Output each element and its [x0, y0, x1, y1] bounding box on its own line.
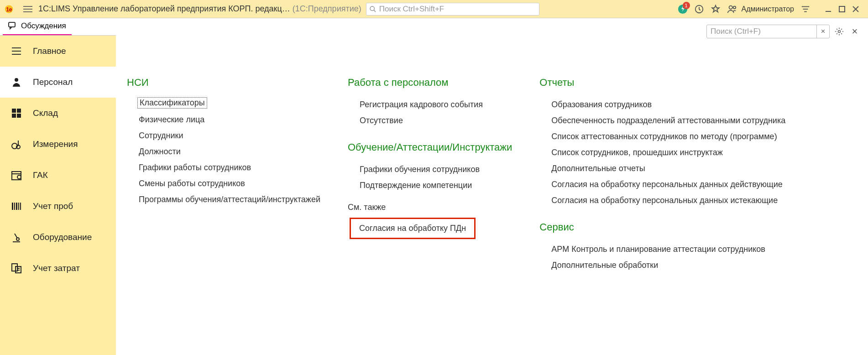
link-employees[interactable]: Сотрудники	[127, 128, 320, 144]
svg-point-10	[733, 6, 736, 8]
link-pdn-active[interactable]: Согласия на обработку персональных данны…	[539, 177, 857, 193]
person-icon	[10, 77, 23, 88]
content-settings-button[interactable]	[833, 26, 845, 37]
column-personnel-work: Работа с персоналом Регистрация кадровог…	[348, 77, 512, 273]
content-toolbar: Поиск (Ctrl+F) × ×	[706, 25, 861, 38]
flask-icon	[10, 139, 23, 150]
search-icon	[369, 5, 376, 13]
section-title-service: Сервис	[539, 221, 857, 233]
link-arm-control[interactable]: АРМ Контроль и планирование аттестации с…	[539, 241, 857, 257]
sidebar-item-label: Учет проб	[33, 201, 73, 211]
section-title-nsi: НСИ	[127, 77, 320, 89]
title-suffix: (1С:Предприятие)	[293, 4, 361, 13]
svg-rect-18	[9, 22, 15, 27]
content-search-input[interactable]: Поиск (Ctrl+F) ×	[706, 25, 830, 38]
chat-icon	[8, 22, 17, 30]
sidebar-item-costs[interactable]: Учет затрат	[0, 253, 116, 284]
window-controls	[821, 4, 863, 14]
sidebar: Обсуждения Главное Персонал Склад Измере…	[0, 18, 116, 355]
sidebar-item-equipment[interactable]: Оборудование	[0, 222, 116, 253]
svg-rect-25	[12, 114, 16, 118]
link-dept-coverage[interactable]: Обеспеченность подразделений аттестованн…	[539, 113, 857, 129]
svg-text:1е: 1е	[6, 6, 12, 12]
link-persons[interactable]: Физические лица	[127, 112, 320, 128]
close-window-button[interactable]	[849, 4, 863, 14]
svg-rect-39	[12, 264, 17, 271]
user-button[interactable]	[727, 4, 737, 14]
history-icon	[694, 4, 704, 14]
column-nsi: НСИ Классификаторы Физические лица Сотру…	[127, 77, 320, 273]
calculator-icon	[10, 263, 23, 274]
topbar-actions: 1 Администратор	[678, 4, 865, 14]
see-also-label: См. также	[348, 203, 512, 212]
microscope-icon	[10, 232, 23, 243]
link-schedules[interactable]: Графики работы сотрудников	[127, 160, 320, 176]
settings-menu-button[interactable]	[800, 4, 810, 14]
content-panel: Поиск (Ctrl+F) × × НСИ Классификаторы Фи…	[116, 18, 868, 355]
link-pdn-consent[interactable]: Согласия на обработку ПДн	[350, 218, 476, 239]
sidebar-item-label: Измерения	[33, 139, 78, 149]
content-close-button[interactable]: ×	[849, 26, 861, 37]
svg-rect-24	[17, 109, 21, 113]
link-training-schedules[interactable]: Графики обучения сотрудников	[348, 162, 512, 178]
column-reports: Отчеты Образования сотрудников Обеспечен…	[539, 77, 857, 273]
notifications-button[interactable]: 1	[678, 4, 688, 14]
grid-icon	[10, 108, 23, 119]
sidebar-item-gak[interactable]: ГАК	[0, 160, 116, 191]
sidebar-item-label: ГАК	[33, 170, 48, 180]
link-classifiers[interactable]: Классификаторы	[137, 97, 208, 109]
tab-bar: Обсуждения	[0, 18, 116, 36]
svg-point-9	[729, 5, 732, 9]
user-icon	[727, 4, 737, 14]
sidebar-item-samples[interactable]: Учет проб	[0, 191, 116, 222]
svg-rect-35	[18, 203, 19, 210]
topbar: 1е 1С:LIMS Управление лабораторией предп…	[0, 0, 868, 18]
username-label[interactable]: Администратор	[742, 5, 794, 13]
link-hr-event[interactable]: Регистрация кадрового события	[348, 97, 512, 113]
svg-point-37	[16, 238, 19, 240]
global-search-placeholder: Поиск Ctrl+Shift+F	[379, 5, 444, 14]
svg-rect-23	[12, 109, 16, 113]
svg-point-31	[17, 175, 21, 179]
link-attested-by-method[interactable]: Список аттестованных сотрудников по мето…	[539, 129, 857, 145]
link-shifts[interactable]: Смены работы сотрудников	[127, 176, 320, 192]
barcode-icon	[10, 201, 23, 212]
link-training-programs[interactable]: Программы обучения/аттестаций/инструктаж…	[127, 192, 320, 208]
sidebar-item-label: Склад	[33, 108, 58, 118]
sidebar-item-label: Персонал	[33, 77, 73, 87]
content-columns: НСИ Классификаторы Физические лица Сотру…	[127, 77, 857, 273]
sidebar-item-label: Главное	[33, 46, 66, 56]
minimize-button[interactable]	[821, 4, 835, 14]
svg-rect-32	[12, 203, 13, 210]
sidebar-item-measurements[interactable]: Измерения	[0, 129, 116, 160]
content-search-placeholder: Поиск (Ctrl+F)	[707, 27, 761, 36]
link-additional-processing[interactable]: Дополнительные обработки	[539, 257, 857, 273]
link-briefed-list[interactable]: Список сотрудников, прошедших инструктаж	[539, 145, 857, 161]
tab-discussions[interactable]: Обсуждения	[3, 19, 72, 35]
history-button[interactable]	[694, 4, 704, 14]
global-search-input[interactable]: Поиск Ctrl+Shift+F	[366, 3, 539, 16]
main-menu-button[interactable]	[21, 5, 35, 13]
sidebar-item-personnel[interactable]: Персонал	[0, 67, 116, 98]
svg-rect-26	[17, 114, 21, 118]
sidebar-item-main[interactable]: Главное	[0, 36, 116, 67]
title-main: 1С:LIMS Управление лабораторией предприя…	[38, 4, 290, 13]
favorites-button[interactable]	[711, 4, 721, 14]
maximize-icon	[839, 6, 845, 12]
section-title-reports: Отчеты	[539, 77, 857, 89]
svg-rect-33	[14, 203, 15, 210]
section-title-personnel: Работа с персоналом	[348, 77, 512, 89]
clear-search-button[interactable]: ×	[816, 25, 829, 38]
link-pdn-expiring[interactable]: Согласия на обработку персональных данны…	[539, 193, 857, 209]
minimize-icon	[825, 6, 831, 12]
link-positions[interactable]: Должности	[127, 144, 320, 160]
sidebar-item-warehouse[interactable]: Склад	[0, 98, 116, 129]
maximize-button[interactable]	[835, 4, 849, 14]
link-competence-confirm[interactable]: Подтверждение компетенции	[348, 178, 512, 193]
link-education[interactable]: Образования сотрудников	[539, 97, 857, 113]
link-additional-reports[interactable]: Дополнительные отчеты	[539, 161, 857, 177]
link-absence[interactable]: Отсутствие	[348, 113, 512, 129]
logo-1c-icon: 1е	[3, 4, 21, 15]
gear-icon	[835, 27, 844, 36]
tab-discussions-label: Обсуждения	[21, 21, 66, 31]
